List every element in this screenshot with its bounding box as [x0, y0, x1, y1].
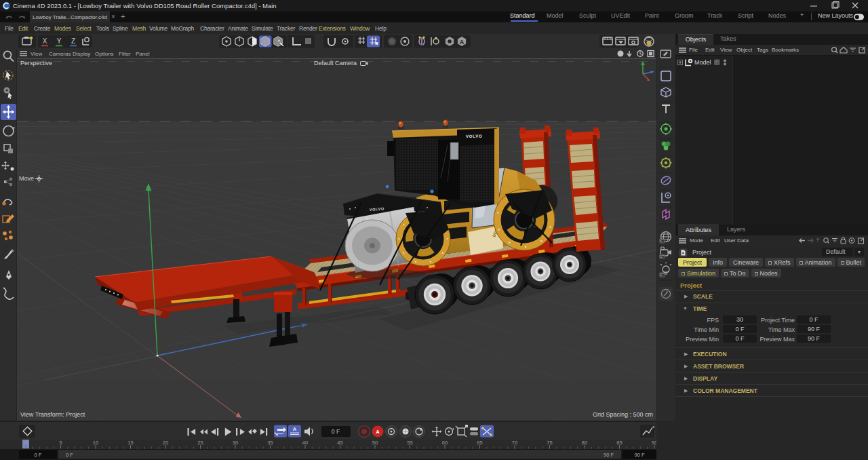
svg-text:55: 55: [407, 440, 412, 446]
svg-text:A: A: [460, 39, 465, 45]
svg-text:X: X: [43, 37, 47, 45]
svg-text:ST: ST: [660, 255, 665, 258]
svg-text:30: 30: [233, 440, 238, 446]
svg-text:ST: ST: [660, 239, 665, 243]
svg-text:90 F: 90 F: [604, 452, 614, 458]
svg-text:Z: Z: [71, 37, 75, 45]
svg-text:85: 85: [616, 440, 622, 446]
svg-text:90 F: 90 F: [634, 452, 644, 458]
svg-text:0 F: 0 F: [66, 452, 73, 458]
svg-text:50: 50: [372, 440, 378, 446]
svg-text:90: 90: [652, 440, 656, 446]
svg-text:A: A: [376, 429, 380, 435]
svg-text:0: 0: [24, 440, 27, 446]
svg-text:65: 65: [477, 440, 482, 446]
svg-text:60: 60: [442, 440, 448, 446]
svg-text:ST: ST: [660, 273, 665, 277]
svg-text:10: 10: [93, 440, 98, 446]
svg-text:20: 20: [163, 440, 168, 446]
svg-text:25: 25: [197, 440, 203, 446]
svg-text:80: 80: [582, 440, 587, 446]
svg-text:0 F: 0 F: [35, 452, 42, 458]
svg-text:35: 35: [267, 440, 273, 446]
svg-text:70: 70: [512, 440, 517, 446]
svg-text:VOLVO: VOLVO: [466, 134, 483, 138]
svg-text:75: 75: [547, 440, 552, 446]
svg-text:0 F: 0 F: [332, 428, 340, 435]
svg-text:A: A: [293, 426, 297, 432]
svg-text:Y: Y: [57, 37, 62, 45]
svg-text:5: 5: [59, 440, 62, 446]
svg-text:45: 45: [337, 440, 342, 446]
svg-text:15: 15: [127, 440, 133, 446]
svg-text:40: 40: [302, 440, 308, 446]
